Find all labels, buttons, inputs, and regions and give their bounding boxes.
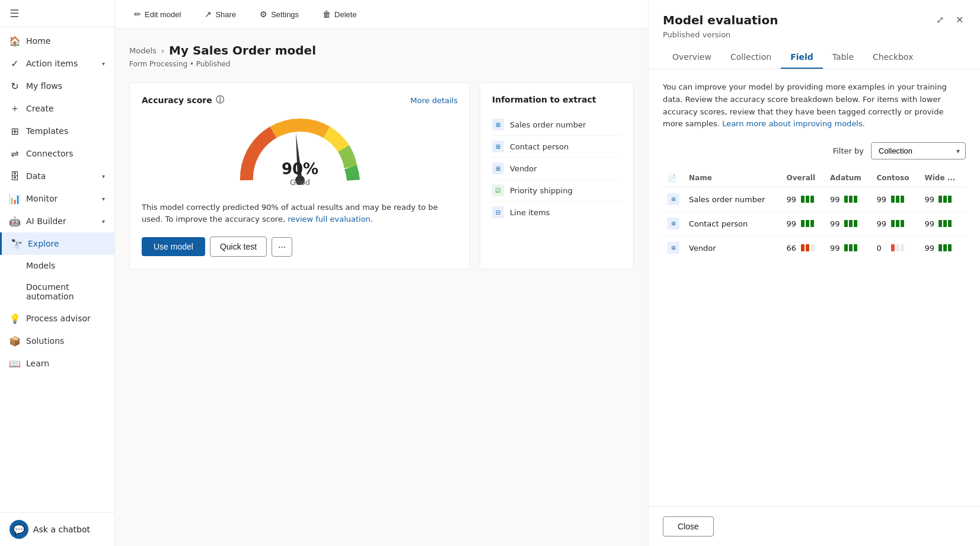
filter-select-wrap: Collection Adatum Contoso Wide World: [871, 142, 966, 159]
breadcrumb: Models › My Sales Order model: [129, 43, 634, 58]
close-panel-button[interactable]: ✕: [953, 12, 966, 28]
score-bar: [938, 244, 942, 251]
quick-test-button[interactable]: Quick test: [210, 237, 267, 257]
sidebar-item-learn[interactable]: 📖 Learn: [0, 352, 114, 375]
row-name-cell: Contact person: [684, 212, 782, 236]
more-dots-icon: ⋯: [278, 242, 286, 251]
breadcrumb-parent[interactable]: Models: [129, 46, 157, 55]
score-bars-contoso: [891, 196, 904, 203]
sidebar-item-data[interactable]: 🗄 Data ▾: [0, 165, 114, 187]
sidebar-item-process-advisor[interactable]: 💡 Process advisor: [0, 307, 114, 330]
table-row: ⊞ Contact person 99: [663, 212, 966, 236]
sidebar-item-label: Home: [26, 36, 50, 46]
close-button[interactable]: Close: [663, 516, 714, 537]
sidebar-item-monitor[interactable]: 📊 Monitor ▾: [0, 187, 114, 210]
eval-title: Model evaluation: [663, 13, 778, 27]
sidebar-item-home[interactable]: 🏠 Home: [0, 30, 114, 52]
score-bar: [801, 244, 805, 251]
sidebar-item-label: AI Builder: [26, 216, 66, 226]
info-item-label: Sales order number: [510, 120, 586, 129]
score-bar: [943, 220, 947, 227]
info-icon[interactable]: ⓘ: [216, 95, 224, 106]
score-bar: [896, 220, 899, 227]
sidebar-item-label: Create: [26, 104, 54, 113]
learn-icon: 📖: [9, 358, 20, 369]
chevron-down-icon: ▾: [102, 196, 105, 202]
info-item-label: Contact person: [510, 142, 569, 151]
th-icon: 📄: [663, 169, 684, 187]
tab-table[interactable]: Table: [823, 46, 863, 69]
expand-button[interactable]: ⤢: [934, 12, 946, 28]
score-bar: [849, 196, 853, 203]
score-bar: [806, 220, 809, 227]
score-bar: [901, 244, 904, 251]
score-bar: [948, 220, 952, 227]
connectors-icon: ⇌: [9, 148, 20, 159]
sidebar-item-label: My flows: [26, 81, 62, 91]
settings-button[interactable]: ⚙ Settings: [255, 7, 304, 21]
table-row: ⊞ Sales order number 99: [663, 187, 966, 212]
solutions-icon: 📦: [9, 336, 20, 346]
accuracy-description: This model correctly predicted 90% of ac…: [142, 202, 458, 225]
learn-more-link[interactable]: Learn more about improving models.: [722, 119, 865, 128]
score-bar: [891, 244, 895, 251]
sidebar-item-my-flows[interactable]: ↻ My flows: [0, 75, 114, 97]
row-adatum-cell: 99: [825, 236, 872, 260]
chevron-down-icon: ▾: [102, 218, 105, 225]
sidebar-footer[interactable]: 💬 Ask a chatbot: [0, 512, 114, 546]
tab-checkbox[interactable]: Checkbox: [863, 46, 922, 69]
filter-label: Filter by: [833, 146, 864, 155]
expand-icon: ⤢: [936, 15, 944, 25]
sidebar-item-label: Explore: [28, 239, 59, 248]
share-button[interactable]: ↗ Share: [200, 7, 241, 21]
more-options-button[interactable]: ⋯: [272, 237, 292, 257]
eval-header: Model evaluation ⤢ ✕ Published version O…: [649, 0, 980, 69]
sidebar-item-solutions[interactable]: 📦 Solutions: [0, 330, 114, 352]
sidebar-item-explore[interactable]: 🔭 Explore: [0, 232, 114, 255]
use-model-button[interactable]: Use model: [142, 237, 205, 256]
score-bar: [938, 196, 942, 203]
row-name-cell: Vendor: [684, 236, 782, 260]
chatbot-icon: 💬: [9, 520, 28, 539]
field-row-icon: ⊞: [668, 218, 679, 229]
score-bar: [891, 220, 895, 227]
eval-title-row: Model evaluation ⤢ ✕: [663, 12, 966, 28]
row-wide-cell: 99: [920, 212, 966, 236]
row-icon-cell: ⊞: [663, 187, 684, 212]
tab-field[interactable]: Field: [781, 46, 823, 69]
sidebar-item-ai-builder[interactable]: 🤖 AI Builder ▾: [0, 210, 114, 232]
sidebar-item-templates[interactable]: ⊞ Templates: [0, 120, 114, 142]
more-details-link[interactable]: More details: [410, 96, 458, 105]
filter-select[interactable]: Collection Adatum Contoso Wide World: [871, 142, 966, 159]
flows-icon: ↻: [9, 81, 20, 91]
main-content: ✏ Edit model ↗ Share ⚙ Settings 🗑 Delete…: [115, 0, 648, 546]
delete-button[interactable]: 🗑 Delete: [318, 7, 362, 21]
info-item-contact: ⊞ Contact person: [492, 136, 621, 158]
info-item-label: Line items: [510, 208, 550, 217]
info-item-label: Vendor: [510, 164, 537, 173]
score-bar: [854, 196, 857, 203]
sidebar-item-document-automation[interactable]: Document automation: [0, 276, 114, 307]
sidebar-item-connectors[interactable]: ⇌ Connectors: [0, 142, 114, 165]
sidebar-item-action-items[interactable]: ✓ Action items ▾: [0, 52, 114, 75]
breadcrumb-current: My Sales Order model: [169, 43, 316, 58]
settings-label: Settings: [271, 10, 299, 19]
edit-model-button[interactable]: ✏ Edit model: [129, 7, 186, 21]
doc-header-icon: 📄: [668, 174, 676, 182]
score-bars-adatum: [844, 244, 857, 251]
tab-collection[interactable]: Collection: [721, 46, 781, 69]
row-contoso-cell: 99: [872, 212, 920, 236]
svg-text:Good: Good: [289, 178, 309, 187]
sidebar-item-label: Process advisor: [26, 314, 91, 323]
sidebar-item-create[interactable]: ＋ Create: [0, 97, 114, 120]
home-icon: 🏠: [9, 36, 20, 46]
score-bars-overall: [801, 244, 814, 251]
hamburger-icon[interactable]: ☰: [9, 7, 19, 20]
info-item-vendor: ⊞ Vendor: [492, 158, 621, 180]
tab-overview[interactable]: Overview: [663, 46, 721, 69]
field-icon: ⊞: [492, 119, 504, 130]
monitor-icon: 📊: [9, 193, 20, 204]
explore-icon: 🔭: [11, 238, 22, 249]
review-link[interactable]: review full evaluation: [288, 215, 371, 223]
sidebar-item-models[interactable]: Models: [0, 255, 114, 276]
